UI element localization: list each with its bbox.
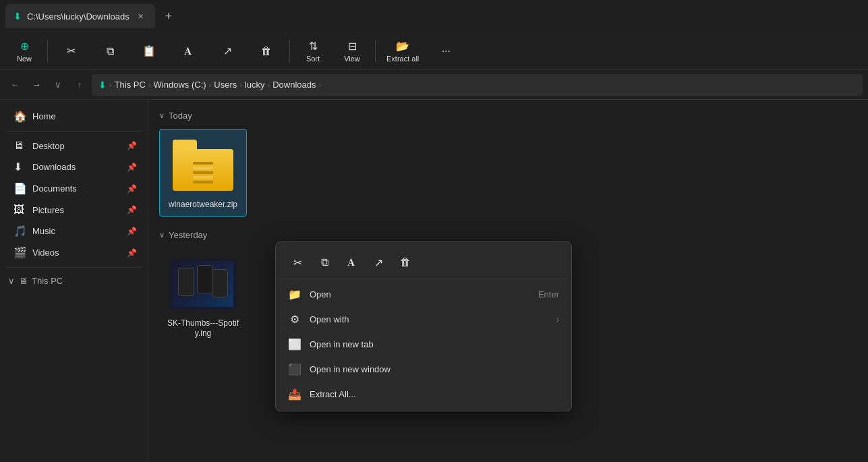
title-bar: ⬇ C:\Users\lucky\Downloads ✕ + bbox=[0, 0, 868, 32]
separator-1 bbox=[47, 40, 48, 62]
file-thumb-zip bbox=[169, 135, 237, 196]
rename-button[interactable]: 𝐀 bbox=[169, 35, 207, 67]
today-section: ∨ Today bbox=[159, 111, 857, 121]
this-pc-label: This PC bbox=[32, 276, 63, 286]
extract-all-button[interactable]: 📂 Extract all bbox=[380, 35, 426, 67]
delete-button[interactable]: 🗑 bbox=[248, 35, 285, 67]
sep-3: › bbox=[209, 81, 212, 89]
breadcrumb-windows[interactable]: Windows (C:) bbox=[154, 80, 206, 90]
sidebar-item-music[interactable]: 🎵 Music 📌 bbox=[3, 221, 145, 241]
context-toolbar: ✂ ⧉ 𝐀 ↗ 🗑 bbox=[280, 246, 567, 279]
sidebar-item-documents[interactable]: 📄 Documents 📌 bbox=[3, 178, 145, 199]
breadcrumb-downloads[interactable]: Downloads bbox=[272, 80, 316, 90]
view-icon: ⊟ bbox=[348, 40, 357, 53]
breadcrumb-lucky[interactable]: lucky bbox=[245, 80, 265, 90]
sidebar-divider-1 bbox=[5, 131, 142, 132]
copy-icon: ⧉ bbox=[107, 45, 114, 57]
sk-thumbnail bbox=[169, 258, 237, 310]
ctx-open-with-arrow: › bbox=[556, 315, 559, 324]
music-icon: 🎵 bbox=[13, 225, 27, 237]
new-button[interactable]: ⊕ New bbox=[5, 35, 43, 67]
breadcrumb-bar[interactable]: ⬇ › This PC › Windows (C:) › Users › luc… bbox=[92, 74, 863, 96]
breadcrumb-download-icon: ⬇ bbox=[98, 80, 107, 90]
today-label: Today bbox=[169, 111, 192, 121]
delete-icon: 🗑 bbox=[261, 45, 272, 57]
ctx-rename-button[interactable]: 𝐀 bbox=[339, 250, 364, 275]
ctx-share-button[interactable]: ↗ bbox=[366, 250, 390, 275]
sep-4: › bbox=[239, 81, 242, 89]
file-item-sk[interactable]: SK-Thumbs---Spotify.ing bbox=[159, 248, 247, 345]
ctx-open-with-item[interactable]: ⚙ Open with › bbox=[280, 307, 567, 332]
cut-button[interactable]: ✂ bbox=[52, 35, 90, 67]
ctx-delete-button[interactable]: 🗑 bbox=[393, 250, 417, 275]
videos-icon: 🎬 bbox=[13, 246, 27, 259]
paste-button[interactable]: 📋 bbox=[130, 35, 168, 67]
ctx-open-tab-item[interactable]: ⬜ Open in new tab bbox=[280, 332, 567, 357]
ctx-copy-button[interactable]: ⧉ bbox=[312, 250, 337, 275]
tab-title: C:\Users\lucky\Downloads bbox=[27, 11, 129, 22]
ctx-open-shortcut: Enter bbox=[538, 289, 559, 299]
yesterday-section: ∨ Yesterday bbox=[159, 230, 857, 240]
files-grid-today: winaerotweaker.zip bbox=[159, 129, 857, 216]
home-label: Home bbox=[32, 111, 56, 121]
sidebar-item-home[interactable]: 🏠 Home bbox=[3, 106, 145, 127]
ctx-open-tab-label: Open in new tab bbox=[310, 339, 374, 349]
tab-close-button[interactable]: ✕ bbox=[135, 10, 147, 22]
active-tab[interactable]: ⬇ C:\Users\lucky\Downloads ✕ bbox=[5, 4, 155, 28]
more-button[interactable]: ··· bbox=[427, 35, 465, 67]
home-icon: 🏠 bbox=[13, 110, 27, 123]
today-chevron: ∨ bbox=[159, 111, 165, 120]
tab-download-icon: ⬇ bbox=[13, 11, 22, 22]
ctx-open-window-label: Open in new window bbox=[310, 364, 390, 374]
share-button[interactable]: ↗ bbox=[208, 35, 246, 67]
extract-icon: 📂 bbox=[396, 40, 409, 53]
context-menu: ✂ ⧉ 𝐀 ↗ 🗑 📁 Open Enter ⚙ Open with › ⬜ O… bbox=[275, 241, 572, 411]
documents-pin-icon: 📌 bbox=[127, 184, 137, 194]
downloads-icon: ⬇ bbox=[13, 161, 27, 173]
file-name-zip: winaerotweaker.zip bbox=[169, 200, 237, 210]
sidebar-item-downloads[interactable]: ⬇ Downloads 📌 bbox=[3, 156, 145, 177]
ctx-open-icon: 📁 bbox=[288, 288, 301, 301]
new-tab-button[interactable]: + bbox=[158, 5, 179, 27]
sidebar-item-desktop[interactable]: 🖥 Desktop 📌 bbox=[3, 136, 145, 156]
this-pc-icon: 🖥 bbox=[19, 276, 28, 286]
back-button[interactable]: ← bbox=[5, 76, 24, 94]
sep-6: › bbox=[319, 81, 322, 89]
downloads-label: Downloads bbox=[32, 162, 76, 172]
desktop-icon: 🖥 bbox=[13, 140, 27, 152]
ctx-open-window-item[interactable]: ⬛ Open in new window bbox=[280, 357, 567, 382]
view-button[interactable]: ⊟ View bbox=[333, 35, 371, 67]
sidebar-item-videos[interactable]: 🎬 Videos 📌 bbox=[3, 242, 145, 263]
ctx-delete-icon: 🗑 bbox=[400, 256, 411, 268]
ctx-cut-button[interactable]: ✂ bbox=[285, 250, 310, 275]
new-icon: ⊕ bbox=[20, 40, 29, 53]
breadcrumb-this-pc[interactable]: This PC bbox=[115, 80, 146, 90]
ctx-extract-item[interactable]: 📤 Extract All... bbox=[280, 382, 567, 407]
ctx-open-item[interactable]: 📁 Open Enter bbox=[280, 282, 567, 307]
toolbar: ⊕ New ✂ ⧉ 📋 𝐀 ↗ 🗑 ⇅ Sort ⊟ View 📂 Extrac… bbox=[0, 32, 868, 70]
zip-folder-icon bbox=[173, 140, 233, 191]
dropdown-button[interactable]: ∨ bbox=[49, 76, 67, 94]
forward-button[interactable]: → bbox=[27, 76, 46, 94]
ctx-open-with-icon: ⚙ bbox=[288, 313, 301, 326]
ctx-open-window-icon: ⬛ bbox=[288, 363, 301, 376]
copy-button[interactable]: ⧉ bbox=[91, 35, 129, 67]
paste-icon: 📋 bbox=[142, 45, 156, 57]
sort-button[interactable]: ⇅ Sort bbox=[294, 35, 332, 67]
up-button[interactable]: ↑ bbox=[70, 76, 89, 94]
sidebar-item-pictures[interactable]: 🖼 Pictures 📌 bbox=[3, 200, 145, 220]
ctx-open-label: Open bbox=[310, 289, 331, 299]
sidebar-divider-2 bbox=[5, 267, 142, 268]
ctx-rename-icon: 𝐀 bbox=[347, 256, 355, 268]
yesterday-chevron: ∨ bbox=[159, 231, 165, 239]
rename-icon: 𝐀 bbox=[184, 45, 192, 57]
videos-label: Videos bbox=[32, 248, 59, 258]
file-item-zip[interactable]: winaerotweaker.zip bbox=[159, 129, 247, 216]
cut-icon: ✂ bbox=[67, 45, 76, 57]
breadcrumb-users[interactable]: Users bbox=[214, 80, 237, 90]
file-name-sk: SK-Thumbs---Spotify.ing bbox=[165, 318, 241, 339]
this-pc-section[interactable]: ∨ 🖥 This PC bbox=[0, 272, 148, 290]
documents-icon: 📄 bbox=[13, 182, 27, 195]
ctx-open-tab-icon: ⬜ bbox=[288, 338, 301, 351]
new-label: New bbox=[17, 55, 32, 63]
